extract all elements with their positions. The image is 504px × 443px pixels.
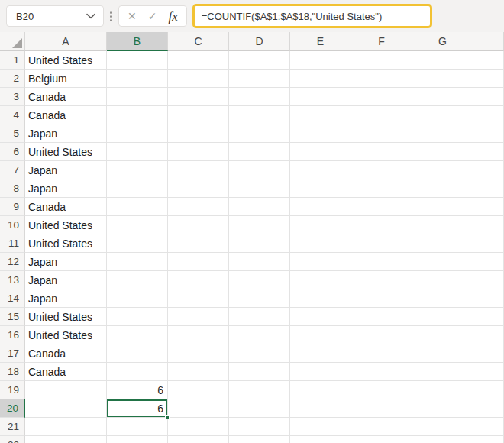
cell-A18[interactable]: Canada xyxy=(25,363,107,381)
cell-G11[interactable] xyxy=(412,234,473,253)
cell-B6[interactable] xyxy=(107,143,168,161)
chevron-down-icon[interactable] xyxy=(86,13,95,19)
cell-G16[interactable] xyxy=(412,326,473,344)
cell-B21[interactable] xyxy=(107,418,168,436)
cell-E13[interactable] xyxy=(290,271,351,289)
row-header-20[interactable]: 20 xyxy=(0,399,25,418)
cell-G1[interactable] xyxy=(412,51,473,70)
cell-F18[interactable] xyxy=(351,363,412,381)
cell-F22[interactable] xyxy=(351,436,412,443)
row-header-17[interactable]: 17 xyxy=(0,344,25,363)
cell-D14[interactable] xyxy=(229,289,290,308)
cell-D1[interactable] xyxy=(229,51,290,70)
cell-F17[interactable] xyxy=(351,344,412,363)
cell-F11[interactable] xyxy=(351,234,412,253)
cell-D18[interactable] xyxy=(229,363,290,381)
row-header-9[interactable]: 9 xyxy=(0,198,25,216)
cell-E14[interactable] xyxy=(290,289,351,308)
cell-E12[interactable] xyxy=(290,253,351,271)
cell-G21[interactable] xyxy=(412,418,473,436)
cell-G9[interactable] xyxy=(412,198,473,216)
cell-C5[interactable] xyxy=(168,124,229,143)
cell-D19[interactable] xyxy=(229,381,290,399)
cell-F15[interactable] xyxy=(351,308,412,326)
cell-partial-8[interactable] xyxy=(473,179,504,198)
cancel-icon[interactable]: ✕ xyxy=(128,11,137,21)
cell-E9[interactable] xyxy=(290,198,351,216)
cell-C14[interactable] xyxy=(168,289,229,308)
cell-partial-22[interactable] xyxy=(473,436,504,443)
row-header-2[interactable]: 2 xyxy=(0,70,25,88)
cell-E19[interactable] xyxy=(290,381,351,399)
cell-F21[interactable] xyxy=(351,418,412,436)
cell-A20[interactable] xyxy=(25,399,107,418)
cell-partial-14[interactable] xyxy=(473,289,504,308)
row-header-5[interactable]: 5 xyxy=(0,124,25,143)
cell-B18[interactable] xyxy=(107,363,168,381)
cell-D9[interactable] xyxy=(229,198,290,216)
row-header-11[interactable]: 11 xyxy=(0,234,25,253)
cell-B14[interactable] xyxy=(107,289,168,308)
cell-partial-5[interactable] xyxy=(473,124,504,143)
row-header-16[interactable]: 16 xyxy=(0,326,25,344)
formula-bar[interactable]: =COUNTIF($A$1:$A$18,"United States") xyxy=(192,4,432,28)
cell-B15[interactable] xyxy=(107,308,168,326)
cell-B5[interactable] xyxy=(107,124,168,143)
cell-G22[interactable] xyxy=(412,436,473,443)
cell-D20[interactable] xyxy=(229,399,290,418)
cell-partial-18[interactable] xyxy=(473,363,504,381)
cell-C11[interactable] xyxy=(168,234,229,253)
cell-C17[interactable] xyxy=(168,344,229,363)
column-header-C[interactable]: C xyxy=(168,32,229,51)
cell-G10[interactable] xyxy=(412,216,473,234)
row-header-4[interactable]: 4 xyxy=(0,106,25,124)
select-all-button[interactable] xyxy=(0,32,25,51)
cell-A3[interactable]: Canada xyxy=(25,88,107,106)
cell-C18[interactable] xyxy=(168,363,229,381)
column-header-D[interactable]: D xyxy=(229,32,290,51)
cell-A7[interactable]: Japan xyxy=(25,161,107,179)
cell-partial-13[interactable] xyxy=(473,271,504,289)
name-box[interactable]: B20 xyxy=(6,5,104,27)
cell-E8[interactable] xyxy=(290,179,351,198)
row-header-22[interactable]: 22 xyxy=(0,436,25,443)
cell-C4[interactable] xyxy=(168,106,229,124)
cell-E2[interactable] xyxy=(290,70,351,88)
column-header-B[interactable]: B xyxy=(107,32,168,51)
cell-B20[interactable]: 6 xyxy=(107,399,168,418)
cell-A22[interactable] xyxy=(25,436,107,443)
cell-C9[interactable] xyxy=(168,198,229,216)
cell-F16[interactable] xyxy=(351,326,412,344)
cell-partial-2[interactable] xyxy=(473,70,504,88)
row-header-7[interactable]: 7 xyxy=(0,161,25,179)
column-header-A[interactable]: A xyxy=(25,32,107,51)
fill-handle[interactable] xyxy=(165,415,170,419)
cell-C19[interactable] xyxy=(168,381,229,399)
row-header-19[interactable]: 19 xyxy=(0,381,25,399)
cell-G5[interactable] xyxy=(412,124,473,143)
cell-partial-6[interactable] xyxy=(473,143,504,161)
cell-B17[interactable] xyxy=(107,344,168,363)
cell-G12[interactable] xyxy=(412,253,473,271)
cell-D4[interactable] xyxy=(229,106,290,124)
cell-partial-7[interactable] xyxy=(473,161,504,179)
cell-C1[interactable] xyxy=(168,51,229,70)
cell-C16[interactable] xyxy=(168,326,229,344)
cell-C12[interactable] xyxy=(168,253,229,271)
cell-partial-17[interactable] xyxy=(473,344,504,363)
cell-A16[interactable]: United States xyxy=(25,326,107,344)
cell-G14[interactable] xyxy=(412,289,473,308)
cell-B8[interactable] xyxy=(107,179,168,198)
cell-E20[interactable] xyxy=(290,399,351,418)
cell-D17[interactable] xyxy=(229,344,290,363)
cell-G19[interactable] xyxy=(412,381,473,399)
row-header-12[interactable]: 12 xyxy=(0,253,25,271)
cell-A6[interactable]: United States xyxy=(25,143,107,161)
cell-B4[interactable] xyxy=(107,106,168,124)
cell-G17[interactable] xyxy=(412,344,473,363)
cell-B16[interactable] xyxy=(107,326,168,344)
cell-A14[interactable]: Japan xyxy=(25,289,107,308)
cell-F9[interactable] xyxy=(351,198,412,216)
cell-E11[interactable] xyxy=(290,234,351,253)
cell-D21[interactable] xyxy=(229,418,290,436)
